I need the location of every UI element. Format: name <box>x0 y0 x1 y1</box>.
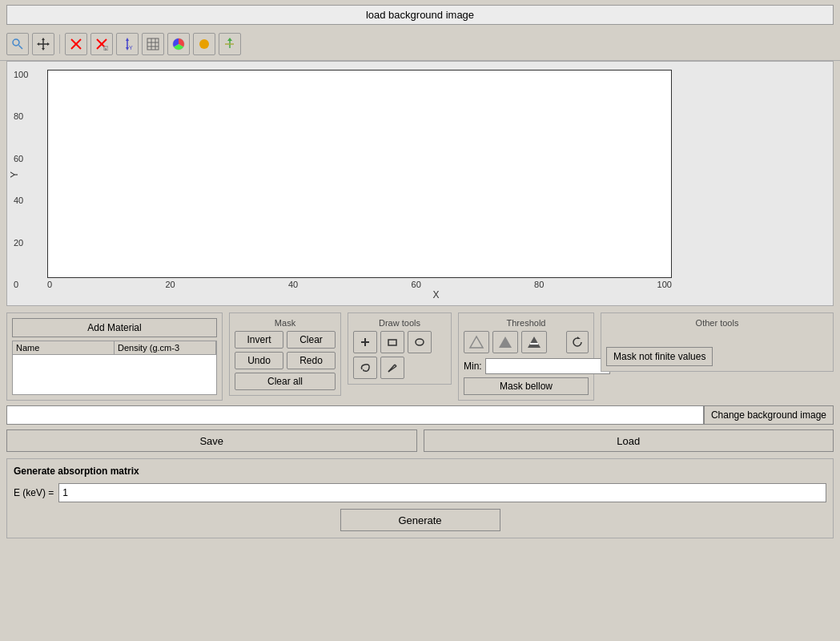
load-background-bar[interactable]: load background image <box>6 5 834 25</box>
y-tick-40: 40 <box>14 196 28 205</box>
y-ticks: 100 80 60 40 20 0 <box>14 70 28 289</box>
zoom-icon[interactable] <box>6 33 29 55</box>
pan-icon[interactable] <box>32 33 54 55</box>
svg-marker-15 <box>126 38 129 41</box>
svg-point-0 <box>13 39 19 46</box>
threshold-title: Threshold <box>464 318 589 328</box>
energy-row: E (keV) = <box>14 483 826 502</box>
x-axis-label: X <box>47 289 825 305</box>
svg-line-1 <box>19 46 23 50</box>
col-name-header: Name <box>13 341 115 354</box>
svg-marker-37 <box>528 337 541 348</box>
svg-text:Y: Y <box>129 45 133 50</box>
undo-button[interactable]: Undo <box>235 352 283 369</box>
x-tick-80: 80 <box>534 280 544 289</box>
svg-marker-4 <box>42 38 45 40</box>
add-material-button[interactable]: Add Material <box>12 318 217 337</box>
color-wheel-icon[interactable] <box>167 33 190 55</box>
lasso-draw-icon[interactable] <box>353 357 377 379</box>
svg-marker-5 <box>42 48 45 50</box>
clear-button[interactable]: Clear <box>287 331 336 349</box>
draw-tools-row <box>353 331 446 379</box>
mask-panel: Mask Invert Clear Undo Redo Clear all <box>229 312 341 396</box>
xscale-icon[interactable]: x <box>90 33 113 55</box>
svg-point-31 <box>416 339 424 345</box>
generate-button[interactable]: Generate <box>340 509 500 531</box>
threshold-icons <box>464 331 589 353</box>
y-tick-60: 60 <box>14 154 28 163</box>
y-tick-100: 100 <box>14 70 28 79</box>
rectangle-draw-icon[interactable] <box>380 331 404 353</box>
x-ticks: 0 20 40 60 80 100 <box>47 280 672 289</box>
background-row: Change background image <box>6 405 834 425</box>
load-bg-label: load background image <box>366 9 474 21</box>
pencil-draw-icon[interactable] <box>380 357 404 379</box>
svg-rect-30 <box>388 340 396 345</box>
min-input[interactable] <box>485 358 610 374</box>
plot-canvas[interactable] <box>47 70 672 278</box>
draw-tools-title: Draw tools <box>353 318 446 328</box>
refresh-icon[interactable] <box>566 331 589 353</box>
energy-input[interactable] <box>58 483 826 502</box>
controls-row: Add Material Name Density (g.cm-3 Mask I… <box>6 312 834 401</box>
material-table-body <box>12 355 217 395</box>
svg-marker-26 <box>227 38 232 41</box>
invert-button[interactable]: Invert <box>235 331 283 349</box>
threshold-min-row: Min: <box>464 358 589 374</box>
clear-all-button[interactable]: Clear all <box>235 373 336 390</box>
svg-marker-6 <box>37 42 39 46</box>
background-path-input[interactable] <box>6 405 704 425</box>
threshold-panel: Threshold <box>458 312 594 401</box>
load-button[interactable]: Load <box>424 429 834 452</box>
delete-icon[interactable] <box>65 33 87 55</box>
mask-buttons: Invert Clear Undo Redo <box>235 331 336 369</box>
mask-title: Mask <box>235 318 336 328</box>
svg-marker-35 <box>470 337 483 348</box>
plot-area: 100 80 60 40 20 0 Y 0 20 40 60 80 100 X <box>6 61 834 306</box>
x-tick-20: 20 <box>165 280 175 289</box>
x-tick-40: 40 <box>288 280 298 289</box>
min-label: Min: <box>464 361 482 372</box>
save-button[interactable]: Save <box>6 429 417 452</box>
x-tick-0: 0 <box>47 280 52 289</box>
mask-finite-button[interactable]: Mask not finite values <box>606 347 713 366</box>
change-background-button[interactable]: Change background image <box>704 405 834 425</box>
add-draw-icon[interactable] <box>353 331 377 353</box>
y-tick-0: 0 <box>14 280 28 289</box>
save-load-row: Save Load <box>6 429 834 452</box>
svg-rect-18 <box>147 38 159 50</box>
material-table-header: Name Density (g.cm-3 <box>12 341 217 355</box>
ellipse-draw-icon[interactable] <box>408 331 432 353</box>
yscale-icon[interactable]: Y <box>116 33 139 55</box>
material-panel: Add Material Name Density (g.cm-3 <box>6 312 223 401</box>
y-tick-80: 80 <box>14 111 28 121</box>
other-tools-panel: Other tools Mask not finite values <box>601 312 834 372</box>
energy-label: E (keV) = <box>14 487 54 498</box>
marker-icon[interactable] <box>193 33 215 55</box>
thresh-icon-2[interactable] <box>492 331 518 353</box>
thresh-icon-3[interactable] <box>521 331 547 353</box>
mask-below-button[interactable]: Mask bellow <box>464 377 589 395</box>
svg-marker-7 <box>47 42 50 46</box>
other-tools-title: Other tools <box>606 318 828 328</box>
x-tick-100: 100 <box>657 280 672 289</box>
toolbar: x Y <box>0 28 840 61</box>
x-tick-60: 60 <box>412 280 421 289</box>
y-axis-label: Y <box>9 171 20 178</box>
svg-marker-39 <box>577 337 581 339</box>
generate-section: Generate absorption matrix E (keV) = Gen… <box>6 458 834 538</box>
redo-button[interactable]: Redo <box>287 352 336 369</box>
y-tick-20: 20 <box>14 238 28 248</box>
col-density-header: Density (g.cm-3 <box>115 341 216 354</box>
sep1 <box>59 34 60 54</box>
thresh-icon-1[interactable] <box>464 331 489 353</box>
draw-tools-panel: Draw tools <box>348 312 452 385</box>
grid-icon[interactable] <box>142 33 164 55</box>
svg-point-24 <box>199 39 209 49</box>
axis-format-icon[interactable] <box>219 33 241 55</box>
svg-marker-36 <box>499 337 512 348</box>
generate-title: Generate absorption matrix <box>14 466 826 477</box>
